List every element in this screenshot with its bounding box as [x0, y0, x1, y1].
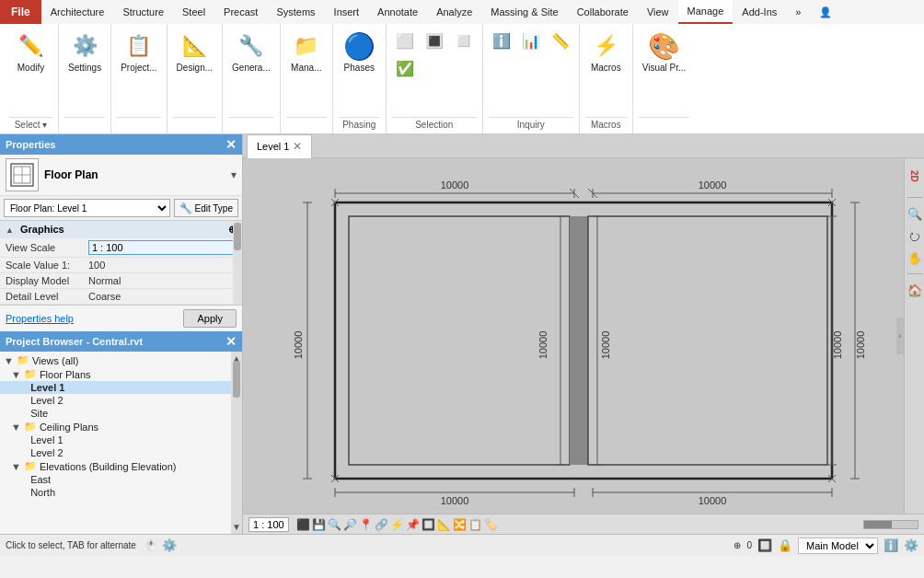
visual-button[interactable]: 🎨 Visual Pr...: [639, 28, 690, 77]
option-orbit-icon[interactable]: ⭮: [907, 227, 923, 244]
main-model-select[interactable]: Main Model: [798, 538, 878, 554]
design-button[interactable]: 📐 Design...: [173, 28, 216, 77]
floor-plan-dropdown-arrow[interactable]: ▾: [231, 168, 237, 181]
canvas-collapse-handle[interactable]: ›: [896, 318, 904, 354]
inquiry-btn-2[interactable]: 📊: [518, 28, 544, 53]
menu-massing[interactable]: Massing & Site: [481, 0, 567, 24]
detail-level-key: Detail Level: [0, 289, 83, 305]
selection-btn-3[interactable]: ◻️: [451, 28, 477, 53]
site-floor-icon: [22, 408, 28, 419]
view-scale-input[interactable]: [88, 240, 237, 255]
site-floor-label: Site: [30, 408, 48, 419]
selection-btn-4[interactable]: ✅: [392, 55, 418, 81]
apply-button[interactable]: Apply: [183, 309, 237, 328]
macros-button[interactable]: ⚡ Macros: [585, 28, 626, 77]
file-menu[interactable]: File: [0, 0, 41, 24]
select-group-label: Select ▾: [9, 117, 52, 130]
inquiry-btn-1[interactable]: ℹ️: [489, 28, 514, 53]
canvas-icon-save[interactable]: 💾: [312, 518, 326, 531]
tree-level1-ceiling[interactable]: Level 1: [0, 434, 231, 446]
canvas-icon-ruler[interactable]: 📐: [437, 518, 451, 531]
level2-ceiling-label: Level 2: [30, 447, 63, 458]
level1-ceiling-icon: [22, 434, 28, 445]
browser-scroll-down-icon[interactable]: ▼: [232, 522, 241, 532]
graphics-section-arrow-icon[interactable]: ▲: [6, 225, 14, 235]
canvas-tab-close-icon[interactable]: ✕: [293, 140, 302, 153]
inquiry-btn-3[interactable]: 📏: [548, 28, 573, 53]
genera-button[interactable]: 🔧 Genera...: [228, 28, 274, 77]
canvas-icon-link[interactable]: 🔗: [375, 518, 388, 531]
manage-button[interactable]: 📁 Mana...: [286, 28, 327, 77]
svg-text:10000: 10000: [855, 331, 866, 360]
menu-structure[interactable]: Structure: [113, 0, 173, 24]
option-house-icon[interactable]: 🏠: [907, 282, 923, 298]
tree-site-floor[interactable]: Site: [0, 407, 231, 420]
tree-floor-plans[interactable]: ▼ 📁 Floor Plans: [0, 367, 231, 381]
canvas-scale-label[interactable]: 1 : 100: [248, 517, 289, 532]
tree-north[interactable]: North: [0, 486, 231, 499]
menu-steel[interactable]: Steel: [173, 0, 214, 24]
view-scale-value[interactable]: [83, 238, 242, 258]
option-pan-icon[interactable]: ✋: [907, 249, 923, 266]
menu-analyze[interactable]: Analyze: [427, 0, 481, 24]
menu-addins[interactable]: Add-Ins: [733, 0, 786, 24]
project-browser-close-icon[interactable]: ✕: [225, 334, 237, 349]
selection-btn-1[interactable]: ⬜: [392, 28, 418, 53]
properties-close-icon[interactable]: ✕: [225, 137, 237, 152]
display-model-row: Display Model Normal: [0, 273, 242, 289]
canvas-icon-bolt[interactable]: ⚡: [390, 518, 404, 531]
menu-view[interactable]: View: [638, 0, 678, 24]
canvas-tab-level1[interactable]: Level 1 ✕: [247, 134, 312, 158]
edit-type-button[interactable]: 🔧 Edit Type: [174, 199, 238, 217]
svg-text:10000: 10000: [441, 495, 469, 506]
tree-level2-floor[interactable]: Level 2: [0, 394, 231, 407]
canvas-icon-zoom2[interactable]: 🔎: [343, 518, 357, 531]
project-button[interactable]: 📋 Project...: [117, 28, 160, 77]
floor-plan-instance-select[interactable]: Floor Plan: Level 1: [4, 199, 170, 217]
tree-ceiling-plans[interactable]: ▼ 📁 Ceiling Plans: [0, 420, 231, 434]
properties-help-link[interactable]: Properties help: [6, 313, 178, 324]
menu-precast[interactable]: Precast: [214, 0, 267, 24]
tree-east[interactable]: East: [0, 473, 231, 486]
canvas-icon-tag[interactable]: 🏷️: [484, 518, 498, 531]
option-zoom-icon[interactable]: 🔍: [907, 205, 923, 222]
selection-icon-1: ⬜: [394, 29, 416, 52]
canvas-icon-square[interactable]: ⬛: [296, 518, 310, 531]
selection-btn-2[interactable]: 🔳: [422, 28, 447, 53]
status-info-icon[interactable]: ℹ️: [884, 538, 898, 552]
tree-views-all[interactable]: ▼ 📁 Views (all): [0, 353, 231, 367]
menu-collaborate[interactable]: Collaborate: [568, 0, 638, 24]
modify-button[interactable]: ✏️ Modify: [11, 28, 52, 77]
canvas-icon-clipboard[interactable]: 📋: [468, 518, 482, 531]
menu-architecture[interactable]: Architecture: [41, 0, 114, 24]
tree-level1-floor[interactable]: Level 1: [0, 381, 231, 394]
canvas-icon-box[interactable]: 🔲: [422, 518, 435, 531]
elevations-expand-icon: ▼: [11, 461, 21, 472]
status-settings-icon[interactable]: ⚙️: [162, 538, 177, 552]
canvas-icon-clip[interactable]: 📌: [406, 518, 420, 531]
menu-systems[interactable]: Systems: [267, 0, 324, 24]
canvas-view[interactable]: 10000 10000 10000: [243, 158, 924, 514]
menu-annotate[interactable]: Annotate: [368, 0, 427, 24]
svg-text:10000: 10000: [441, 179, 469, 191]
tree-level2-ceiling[interactable]: Level 2: [0, 446, 231, 459]
browser-scrollbar[interactable]: ▲ ▼: [231, 352, 242, 534]
menu-insert[interactable]: Insert: [325, 0, 369, 24]
option-2d-icon[interactable]: 2D: [907, 162, 923, 190]
tree-elevations[interactable]: ▼ 📁 Elevations (Building Elevation): [0, 459, 231, 473]
canvas-icon-zoom1[interactable]: 🔍: [328, 518, 341, 531]
canvas-options-divider: [907, 197, 922, 198]
menu-user[interactable]: 👤: [810, 0, 841, 24]
menu-more[interactable]: »: [786, 0, 810, 24]
settings-button[interactable]: ⚙️ Settings: [64, 28, 105, 77]
status-coord-value: 0: [746, 540, 752, 550]
canvas-icon-shuffle[interactable]: 🔀: [453, 518, 467, 531]
floor-plan-icon: [6, 158, 39, 191]
settings-label: Settings: [68, 63, 101, 74]
status-settings2-icon[interactable]: ⚙️: [904, 538, 918, 552]
select-arrow-icon[interactable]: ▾: [42, 120, 47, 130]
phases-button[interactable]: 🔵 Phases: [339, 28, 379, 77]
canvas-icon-pin[interactable]: 📍: [359, 518, 373, 531]
menu-manage[interactable]: Manage: [678, 0, 733, 24]
properties-scrollbar[interactable]: [233, 221, 242, 305]
